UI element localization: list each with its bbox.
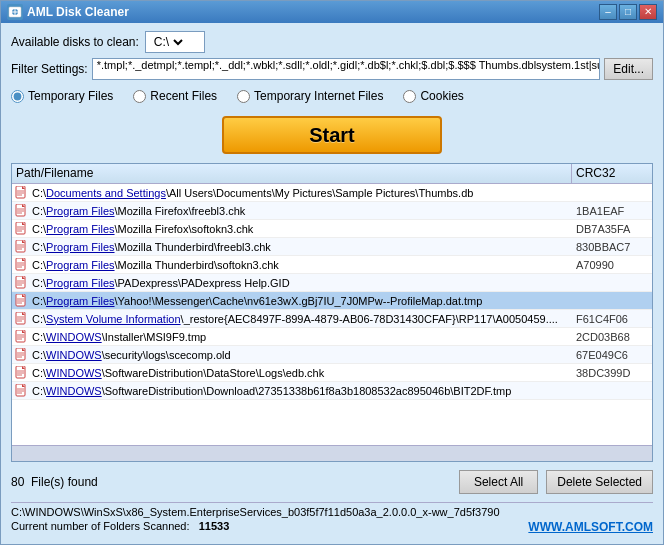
file-path: C:\System Volume Information\_restore{AE… <box>30 313 572 325</box>
radio-temp-internet-label: Temporary Internet Files <box>254 89 383 103</box>
file-icon <box>12 202 30 220</box>
file-icon <box>12 220 30 238</box>
window-controls: – □ ✕ <box>599 4 657 20</box>
title-bar: AML Disk Cleaner – □ ✕ <box>1 1 663 23</box>
file-icon <box>12 328 30 346</box>
start-button[interactable]: Start <box>222 116 442 154</box>
file-crc: 1BA1EAF <box>572 205 652 217</box>
radio-cookies[interactable]: Cookies <box>403 89 463 103</box>
filter-value-display: *.tmpl;*._detmpl;*.templ;*._ddl;*.wbkl;*… <box>92 58 601 80</box>
select-all-button[interactable]: Select All <box>459 470 538 494</box>
file-path: C:\Program Files\Yahoo!\Messenger\Cache\… <box>30 295 572 307</box>
radio-cookies-label: Cookies <box>420 89 463 103</box>
status-path: C:\WINDOWS\WinSxS\x86_System.EnterpriseS… <box>11 506 653 518</box>
edit-button[interactable]: Edit... <box>604 58 653 80</box>
radio-cookies-input[interactable] <box>403 90 416 103</box>
file-crc: F61C4F06 <box>572 313 652 325</box>
file-crc: 2CD03B68 <box>572 331 652 343</box>
file-list-header: Path/Filename CRC32 <box>12 164 652 184</box>
bottom-bar: 80 File(s) found Select All Delete Selec… <box>11 467 653 497</box>
main-window: AML Disk Cleaner – □ ✕ Available disks t… <box>0 0 664 545</box>
file-path: C:\Program Files\Mozilla Thunderbird\fre… <box>30 241 572 253</box>
file-count: 80 File(s) found <box>11 475 98 489</box>
file-list[interactable]: C:\Documents and Settings\All Users\Docu… <box>12 184 652 445</box>
table-row[interactable]: C:\System Volume Information\_restore{AE… <box>12 310 652 328</box>
files-found-label: File(s) found <box>31 475 98 489</box>
radio-recent-files-input[interactable] <box>133 90 146 103</box>
file-path: C:\WINDOWS\security\logs\scecomp.old <box>30 349 572 361</box>
file-icon <box>12 346 30 364</box>
file-icon <box>12 256 30 274</box>
minimize-button[interactable]: – <box>599 4 617 20</box>
table-row[interactable]: C:\Program Files\Mozilla Thunderbird\fre… <box>12 238 652 256</box>
file-path: C:\Documents and Settings\All Users\Docu… <box>30 187 572 199</box>
file-icon <box>12 310 30 328</box>
folders-scanned-label: Current number of Folders Scanned: <box>11 520 190 532</box>
table-row[interactable]: C:\Program Files\Mozilla Firefox\softokn… <box>12 220 652 238</box>
folders-count: 11533 <box>199 520 230 532</box>
file-crc: 67E049C6 <box>572 349 652 361</box>
file-path: C:\WINDOWS\Installer\MSI9F9.tmp <box>30 331 572 343</box>
file-path: C:\Program Files\Mozilla Firefox\freebl3… <box>30 205 572 217</box>
app-icon <box>7 4 23 20</box>
status-bar: C:\WINDOWS\WinSxS\x86_System.EnterpriseS… <box>11 502 653 536</box>
radio-group: Temporary Files Recent Files Temporary I… <box>11 85 653 107</box>
radio-recent-files[interactable]: Recent Files <box>133 89 217 103</box>
file-icon <box>12 382 30 400</box>
file-count-number: 80 <box>11 475 24 489</box>
table-row[interactable]: C:\Program Files\Yahoo!\Messenger\Cache\… <box>12 292 652 310</box>
table-row[interactable]: C:\WINDOWS\SoftwareDistribution\Download… <box>12 382 652 400</box>
disk-select[interactable]: C:\ <box>150 34 186 50</box>
disk-row: Available disks to clean: C:\ <box>11 31 653 53</box>
radio-temporary-files[interactable]: Temporary Files <box>11 89 113 103</box>
file-crc: A70990 <box>572 259 652 271</box>
start-section: Start <box>11 112 653 158</box>
close-button[interactable]: ✕ <box>639 4 657 20</box>
file-path: C:\WINDOWS\SoftwareDistribution\DataStor… <box>30 367 572 379</box>
radio-temp-internet[interactable]: Temporary Internet Files <box>237 89 383 103</box>
file-icon <box>12 292 30 310</box>
status-folders: Current number of Folders Scanned: 11533… <box>11 520 653 532</box>
filter-settings-label: Filter Settings: <box>11 62 88 76</box>
table-row[interactable]: C:\WINDOWS\Installer\MSI9F9.tmp2CD03B68 <box>12 328 652 346</box>
table-row[interactable]: C:\WINDOWS\SoftwareDistribution\DataStor… <box>12 364 652 382</box>
table-row[interactable]: C:\Program Files\Mozilla Thunderbird\sof… <box>12 256 652 274</box>
table-row[interactable]: C:\Program Files\PADexpress\PADexpress H… <box>12 274 652 292</box>
radio-temp-internet-input[interactable] <box>237 90 250 103</box>
radio-temporary-files-input[interactable] <box>11 90 24 103</box>
file-icon <box>12 184 30 202</box>
file-path: C:\WINDOWS\SoftwareDistribution\Download… <box>30 385 572 397</box>
file-icon <box>12 274 30 292</box>
disk-dropdown[interactable]: C:\ <box>145 31 205 53</box>
file-crc: 830BBAC7 <box>572 241 652 253</box>
window-title: AML Disk Cleaner <box>27 5 599 19</box>
delete-selected-button[interactable]: Delete Selected <box>546 470 653 494</box>
maximize-button[interactable]: □ <box>619 4 637 20</box>
table-row[interactable]: C:\Program Files\Mozilla Firefox\freebl3… <box>12 202 652 220</box>
available-disks-label: Available disks to clean: <box>11 35 139 49</box>
file-list-container: Path/Filename CRC32 C:\Documents and Set… <box>11 163 653 462</box>
main-content: Available disks to clean: C:\ Filter Set… <box>1 23 663 544</box>
file-path: C:\Program Files\PADexpress\PADexpress H… <box>30 277 572 289</box>
radio-temporary-files-label: Temporary Files <box>28 89 113 103</box>
column-crc: CRC32 <box>572 164 652 183</box>
filter-row: Filter Settings: *.tmpl;*._detmpl;*.temp… <box>11 58 653 80</box>
table-row[interactable]: C:\WINDOWS\security\logs\scecomp.old67E0… <box>12 346 652 364</box>
column-path: Path/Filename <box>12 164 572 183</box>
file-crc: DB7A35FA <box>572 223 652 235</box>
aml-website-link[interactable]: WWW.AMLSOFT.COM <box>528 520 653 534</box>
file-icon <box>12 364 30 382</box>
horizontal-scrollbar[interactable] <box>12 445 652 461</box>
file-path: C:\Program Files\Mozilla Thunderbird\sof… <box>30 259 572 271</box>
table-row[interactable]: C:\Documents and Settings\All Users\Docu… <box>12 184 652 202</box>
radio-recent-files-label: Recent Files <box>150 89 217 103</box>
file-icon <box>12 238 30 256</box>
file-crc: 38DC399D <box>572 367 652 379</box>
file-path: C:\Program Files\Mozilla Firefox\softokn… <box>30 223 572 235</box>
